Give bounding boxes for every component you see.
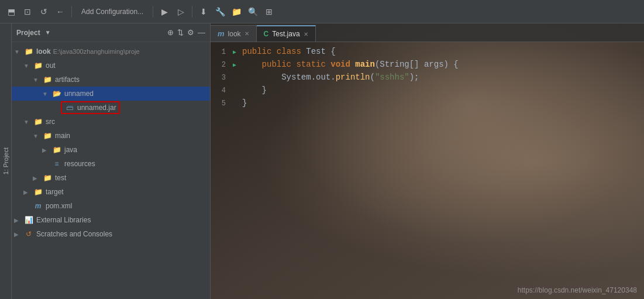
jar-highlight-box: 🗃 unnamed.jar xyxy=(61,101,120,114)
label-target: target xyxy=(46,188,64,196)
toolbar-icon-debug[interactable]: ▷ xyxy=(174,5,187,18)
folder-icon-test: 📁 xyxy=(42,173,53,183)
panel-header: Project ▼ ⊕ ⇅ ⚙ — xyxy=(12,23,210,42)
label-unnamed: unnamed xyxy=(64,90,94,98)
folder-icon-java: 📁 xyxy=(51,145,62,155)
toolbar-icon-build[interactable]: ⬇ xyxy=(197,5,210,18)
label-test: test xyxy=(55,174,66,182)
arrow-src: ▼ xyxy=(23,119,33,125)
code-line-2: 2 ▶ public static void main(String[] arg… xyxy=(211,60,644,73)
line-arrow-1: ▶ xyxy=(233,49,242,56)
tree-item-java[interactable]: ▶ 📁 java xyxy=(12,143,210,157)
tree-item-pom[interactable]: m pom.xml xyxy=(12,199,210,213)
project-panel: Project ▼ ⊕ ⇅ ⚙ — ▼ 📁 look E:\java300zha… xyxy=(12,23,211,299)
tree-item-src[interactable]: ▼ 📁 src xyxy=(12,115,210,129)
file-tree: ▼ 📁 look E:\java300zhanghuiming\proje ▼ … xyxy=(12,42,210,299)
arrow-target: ▶ xyxy=(23,189,33,195)
toolbar-separator xyxy=(71,6,72,18)
line-number-5: 5 xyxy=(215,99,233,108)
label-resources: resources xyxy=(64,160,95,168)
code-content-1: public class Test { xyxy=(242,47,644,56)
tab-look[interactable]: m look ✕ xyxy=(211,25,257,42)
toolbar-icon-back[interactable]: ← xyxy=(54,5,67,18)
label-look: look xyxy=(36,47,51,56)
ext-libs-icon: 📊 xyxy=(23,215,34,225)
line-number-3: 3 xyxy=(215,74,233,82)
scratches-icon: ↺ xyxy=(23,229,34,239)
line-number-2: 2 xyxy=(215,61,233,69)
code-content-4: } xyxy=(242,85,644,95)
label-main: main xyxy=(55,132,70,140)
folder-icon-out: 📁 xyxy=(33,60,43,71)
toolbar-icon-refresh[interactable]: ↺ xyxy=(37,5,50,18)
resources-icon: ≡ xyxy=(51,159,62,169)
code-line-3: 3 System.out.println("sshhs"); xyxy=(211,73,644,85)
arrow-test: ▶ xyxy=(33,175,42,181)
tree-item-resources[interactable]: ≡ resources xyxy=(12,157,210,171)
folder-icon-look: 📁 xyxy=(23,46,34,57)
toolbar-icon-2[interactable]: ⊡ xyxy=(21,5,34,18)
tree-item-unnamed[interactable]: ▼ 📂 unnamed xyxy=(12,87,210,101)
panel-header-icons: ⊕ ⇅ ⚙ — xyxy=(167,28,205,37)
code-content-5: } xyxy=(242,98,644,108)
folder-icon-target: 📁 xyxy=(33,187,43,197)
folder-icon-src: 📁 xyxy=(33,116,43,127)
project-sidebar-tab[interactable]: 1: Project xyxy=(0,23,12,299)
toolbar-icon-search[interactable]: 🔍 xyxy=(246,5,259,18)
arrow-unnamed: ▼ xyxy=(42,91,51,97)
arrow-look: ▼ xyxy=(14,49,23,55)
main-layout: 1: Project Project ▼ ⊕ ⇅ ⚙ — ▼ 📁 look E:… xyxy=(0,23,644,299)
tree-item-artifacts[interactable]: ▼ 📁 artifacts xyxy=(12,73,210,87)
panel-settings-icon[interactable]: ⚙ xyxy=(187,28,194,37)
tab-look-label: look xyxy=(228,30,241,38)
label-out: out xyxy=(46,61,56,70)
tree-item-look[interactable]: ▼ 📁 look E:\java300zhanghuiming\proje xyxy=(12,44,210,59)
label-src: src xyxy=(46,118,55,126)
panel-dropdown-arrow[interactable]: ▼ xyxy=(45,29,51,36)
arrow-java: ▶ xyxy=(42,147,51,153)
panel-sort-icon[interactable]: ⇅ xyxy=(177,28,184,37)
code-line-5: 5 } xyxy=(211,98,644,111)
arrow-resources xyxy=(42,161,51,167)
look-path: E:\java300zhanghuiming\proje xyxy=(53,48,140,55)
code-content-2: public static void main(String[] args) { xyxy=(242,60,644,69)
tree-item-external-libs[interactable]: ▶ 📊 External Libraries xyxy=(12,213,210,227)
arrow-out: ▼ xyxy=(23,63,33,69)
tab-test-icon: C xyxy=(264,30,269,38)
toolbar-icon-tools[interactable]: 🔧 xyxy=(213,5,226,18)
line-number-4: 4 xyxy=(215,87,233,95)
label-unnamed-jar: unnamed.jar xyxy=(77,104,116,112)
editor-area: m look ✕ C Test.java ✕ 1 ▶ public class … xyxy=(211,23,644,299)
tree-item-test[interactable]: ▶ 📁 test xyxy=(12,171,210,185)
jar-icon-unnamed: 🗃 xyxy=(64,102,75,113)
arrow-main: ▼ xyxy=(33,133,42,139)
toolbar-icon-folder[interactable]: 📁 xyxy=(230,5,243,18)
tab-bar: m look ✕ C Test.java ✕ xyxy=(211,23,644,42)
toolbar-icon-1[interactable]: ⬒ xyxy=(5,5,18,18)
add-configuration-button[interactable]: Add Configuration... xyxy=(77,6,148,17)
line-arrow-2: ▶ xyxy=(233,61,242,68)
tab-look-close[interactable]: ✕ xyxy=(244,30,249,37)
label-pom: pom.xml xyxy=(46,202,72,210)
watermark: https://blog.csdn.net/weixin_47120348 xyxy=(518,286,637,294)
panel-locate-icon[interactable]: ⊕ xyxy=(167,28,174,37)
tab-test-close[interactable]: ✕ xyxy=(304,31,308,37)
tab-test-java[interactable]: C Test.java ✕ xyxy=(257,25,316,42)
arrow-ext-libs: ▶ xyxy=(14,217,23,224)
tab-look-icon: m xyxy=(218,29,225,38)
tree-item-unnamed-jar[interactable]: 🗃 unnamed.jar xyxy=(12,101,210,115)
folder-icon-main: 📁 xyxy=(42,130,53,141)
tree-item-main[interactable]: ▼ 📁 main xyxy=(12,129,210,143)
tree-item-scratches[interactable]: ▶ ↺ Scratches and Consoles xyxy=(12,227,210,241)
tree-item-target[interactable]: ▶ 📁 target xyxy=(12,185,210,199)
sidebar-tab-label[interactable]: 1: Project xyxy=(2,147,9,174)
folder-icon-artifacts: 📁 xyxy=(42,74,53,85)
line-number-1: 1 xyxy=(215,48,233,56)
toolbar-icon-run[interactable]: ▶ xyxy=(158,5,171,18)
label-artifacts: artifacts xyxy=(55,75,80,84)
toolbar-icon-vcs[interactable]: ⊞ xyxy=(263,5,275,18)
panel-minimize-icon[interactable]: — xyxy=(198,28,205,37)
arrow-unnamed-jar xyxy=(51,105,61,111)
toolbar-separator-2 xyxy=(153,6,153,18)
tree-item-out[interactable]: ▼ 📁 out xyxy=(12,59,210,73)
